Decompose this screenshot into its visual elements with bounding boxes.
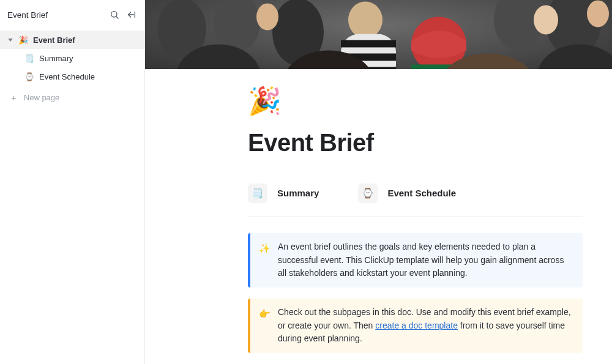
page-title[interactable]: Event Brief	[248, 129, 583, 157]
subpages-row: 🗒️ Summary ⌚ Event Schedule	[248, 184, 583, 217]
svg-rect-13	[341, 40, 396, 47]
sidebar-item-label: Event Brief	[33, 35, 138, 45]
main-content: 🎉 Event Brief 🗒️ Summary ⌚ Event Schedul…	[145, 0, 612, 364]
watch-icon: ⌚	[24, 72, 34, 81]
subpage-link-event-schedule[interactable]: ⌚ Event Schedule	[358, 184, 456, 203]
new-page-button[interactable]: + New page	[0, 88, 144, 106]
subpage-link-summary[interactable]: 🗒️ Summary	[248, 184, 319, 203]
plus-icon: +	[11, 93, 17, 102]
svg-line-1	[116, 17, 118, 18]
doc-body: 🎉 Event Brief 🗒️ Summary ⌚ Event Schedul…	[145, 69, 612, 364]
svg-point-11	[348, 1, 382, 38]
watch-icon: ⌚	[358, 184, 378, 203]
sidebar: Event Brief 🎉 Event Brief 🗒️ Summ	[0, 0, 145, 364]
collapse-sidebar-icon[interactable]	[126, 9, 137, 20]
create-doc-template-link[interactable]: create a doc template	[375, 321, 458, 330]
party-popper-icon: 🎉	[18, 35, 28, 45]
cover-image[interactable]	[145, 0, 612, 69]
svg-point-24	[587, 0, 609, 27]
sidebar-item-event-schedule[interactable]: ⌚ Event Schedule	[0, 67, 144, 86]
app-root: Event Brief 🎉 Event Brief 🗒️ Summ	[0, 0, 612, 364]
sidebar-nav: 🎉 Event Brief 🗒️ Summary ⌚ Event Schedul…	[0, 28, 144, 109]
sidebar-item-label: Summary	[39, 54, 138, 63]
caret-down-icon[interactable]	[7, 37, 13, 42]
callout-tip[interactable]: 👉 Check out the subpages in this doc. Us…	[248, 299, 583, 353]
search-icon[interactable]	[109, 9, 120, 20]
svg-point-25	[256, 3, 278, 30]
sidebar-title: Event Brief	[7, 10, 48, 20]
pointing-right-icon: 👉	[259, 306, 271, 346]
sidebar-item-summary[interactable]: 🗒️ Summary	[0, 49, 144, 67]
notepad-icon: 🗒️	[24, 54, 34, 63]
callout-text: An event brief outlines the goals and ke…	[278, 240, 573, 280]
sidebar-item-label: Event Schedule	[39, 72, 138, 81]
subpage-label: Event Schedule	[387, 188, 456, 198]
page-icon[interactable]: 🎉	[248, 87, 583, 114]
svg-point-23	[534, 5, 558, 34]
sidebar-header: Event Brief	[0, 0, 144, 28]
notepad-icon: 🗒️	[248, 184, 267, 203]
sidebar-item-event-brief[interactable]: 🎉 Event Brief	[0, 31, 144, 49]
callout-info[interactable]: ✨ An event brief outlines the goals and …	[248, 233, 583, 288]
sparkles-icon: ✨	[259, 241, 271, 280]
subpage-label: Summary	[277, 188, 319, 198]
svg-marker-4	[9, 39, 12, 41]
sidebar-header-actions	[109, 9, 137, 20]
new-page-label: New page	[24, 93, 60, 102]
callout-text: Check out the subpages in this doc. Use …	[278, 306, 573, 346]
